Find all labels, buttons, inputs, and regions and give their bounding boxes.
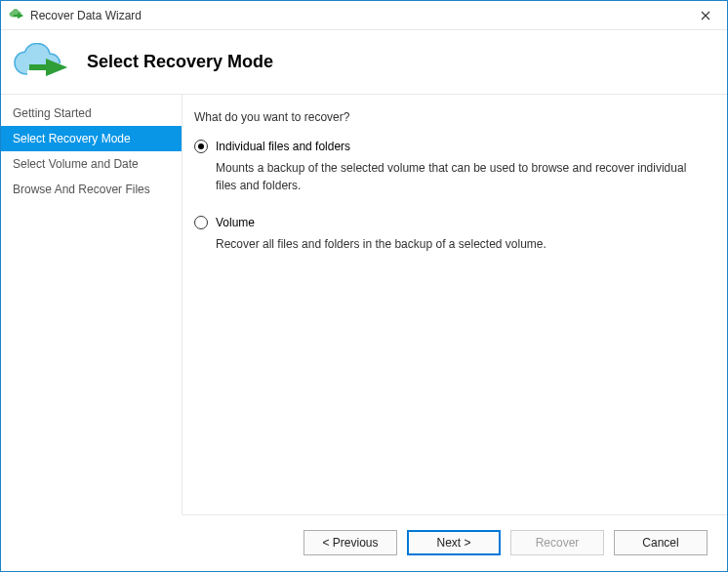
content-prompt: What do you want to recover? <box>194 110 709 124</box>
header: Select Recovery Mode <box>1 30 727 95</box>
sidebar-item-select-volume-and-date[interactable]: Select Volume and Date <box>1 151 182 177</box>
radio-individual-files[interactable] <box>194 140 208 153</box>
next-button[interactable]: Next > <box>407 530 501 555</box>
titlebar: Recover Data Wizard <box>1 1 727 30</box>
sidebar: Getting Started Select Recovery Mode Sel… <box>1 95 182 514</box>
option-volume[interactable]: Volume Recover all files and folders in … <box>194 216 709 253</box>
option-label: Volume <box>216 216 255 229</box>
cloud-recover-icon <box>13 43 69 82</box>
app-icon <box>9 8 24 23</box>
close-icon <box>701 11 710 20</box>
option-individual-files[interactable]: Individual files and folders Mounts a ba… <box>194 140 709 194</box>
wizard-body: Getting Started Select Recovery Mode Sel… <box>1 95 727 514</box>
page-title: Select Recovery Mode <box>87 52 273 72</box>
close-button[interactable] <box>683 1 727 30</box>
content: What do you want to recover? Individual … <box>182 95 727 514</box>
option-label: Individual files and folders <box>216 140 350 153</box>
option-description: Recover all files and folders in the bac… <box>216 235 709 253</box>
footer: < Previous Next > Recover Cancel <box>182 514 727 569</box>
option-description: Mounts a backup of the selected volume t… <box>216 159 709 194</box>
sidebar-item-browse-and-recover-files[interactable]: Browse And Recover Files <box>1 177 182 202</box>
window-title: Recover Data Wizard <box>30 9 142 22</box>
previous-button[interactable]: < Previous <box>303 530 397 555</box>
sidebar-item-select-recovery-mode[interactable]: Select Recovery Mode <box>1 126 182 151</box>
recover-button: Recover <box>510 530 604 555</box>
radio-volume[interactable] <box>194 216 208 229</box>
cancel-button[interactable]: Cancel <box>614 530 708 555</box>
sidebar-item-getting-started[interactable]: Getting Started <box>1 101 182 126</box>
